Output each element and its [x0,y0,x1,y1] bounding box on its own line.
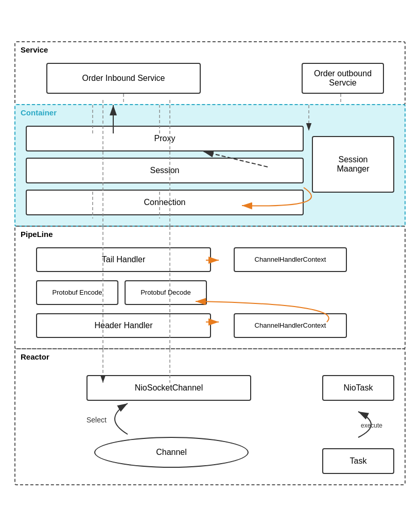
pipeline-row-3: Header Handler ChannelHandlerContext [26,313,394,338]
section-container: Container Proxy Session Connection [14,104,406,227]
connection-box: Connection [26,190,304,215]
pipeline-inner: Tail Handler ChannelHandlerContext Proto… [26,247,394,338]
proxy-box: Proxy [26,126,304,151]
container-left: Proxy Session Connection [26,126,304,215]
reactor-left: NioSocketChannel Select Channel [26,370,302,468]
pipeline-row-1: Tail Handler ChannelHandlerContext [26,247,394,272]
section-service: Service Order Inbound Service Order outb… [14,41,406,105]
nio-task-box: NioTask [322,375,394,401]
section-reactor: Reactor NioSocketChannel Select Channel [14,348,406,485]
protobuf-decode-box: Protobuf Decode [125,280,207,305]
svg-text:execute: execute [361,422,382,429]
nio-socket-channel-box: NioSocketChannel [86,375,251,401]
container-label: Container [21,108,57,117]
reactor-inner: NioSocketChannel Select Channel Ni [26,370,394,474]
protobuf-encode-box: Protobuf Encode [36,280,118,305]
pipeline-label: PipeLine [21,230,53,239]
service-label: Service [21,45,48,54]
svg-text:Select: Select [86,416,107,424]
pipeline-row-2: Protobuf Encode Protobuf Decode [26,280,394,305]
session-box: Session [26,158,304,183]
header-handler-box: Header Handler [36,313,211,338]
task-box: Task [322,448,394,474]
channel-ellipse: Channel [94,437,249,468]
channel-handler-context-2-box: ChannelHandlerContext [234,313,347,338]
order-outbound-box: Order outbound Servcie [302,63,384,94]
reactor-label: Reactor [21,352,49,361]
order-inbound-box: Order Inbound Service [46,63,201,94]
section-pipeline: PipeLine Tail Handler ChannelHandlerCont… [14,226,406,349]
container-right: Session Maanger [312,131,394,193]
service-inner: Order Inbound Service Order outbound Ser… [26,63,394,94]
channel-handler-context-1-box: ChannelHandlerContext [234,247,347,272]
tail-handler-box: Tail Handler [36,247,211,272]
reactor-right: NioTask execute Task [322,375,394,474]
diagram: Service Order Inbound Service Order outb… [14,41,406,485]
container-inner: Proxy Session Connection Sessio [26,126,394,215]
session-manager-box: Session Maanger [312,136,394,193]
